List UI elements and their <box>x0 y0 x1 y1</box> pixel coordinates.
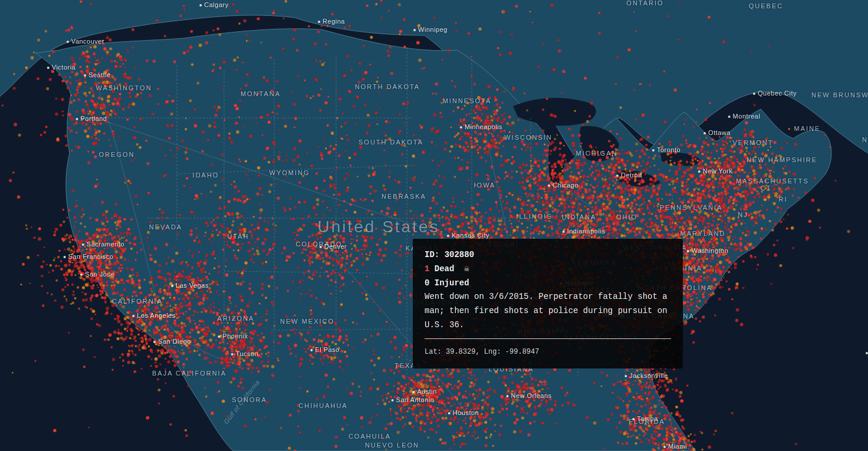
svg-point-7974 <box>543 384 546 387</box>
svg-point-9471 <box>333 183 336 186</box>
svg-point-6178 <box>752 141 756 145</box>
svg-point-9469 <box>156 226 160 229</box>
svg-point-6107 <box>734 209 737 211</box>
svg-point-9717 <box>366 131 369 134</box>
svg-point-8599 <box>248 287 251 290</box>
svg-point-8727 <box>297 404 300 407</box>
svg-point-5671 <box>753 146 757 149</box>
svg-point-5953 <box>696 154 698 157</box>
svg-point-4581 <box>678 167 682 170</box>
svg-point-1884 <box>319 220 321 223</box>
svg-point-8354 <box>627 436 629 438</box>
svg-point-8666 <box>124 182 126 184</box>
svg-point-9112 <box>663 70 666 73</box>
svg-point-8174 <box>634 380 636 381</box>
svg-point-1374 <box>156 328 159 331</box>
svg-point-6307 <box>707 144 709 146</box>
svg-point-3794 <box>588 202 591 205</box>
svg-point-8988 <box>213 121 216 124</box>
svg-point-2085 <box>216 216 219 218</box>
svg-point-2051 <box>257 224 259 226</box>
svg-point-1148 <box>193 314 195 316</box>
svg-point-9373 <box>678 2 680 4</box>
svg-point-1091 <box>156 325 158 327</box>
svg-point-4184 <box>429 218 432 220</box>
svg-point-1827 <box>322 260 325 263</box>
svg-point-7897 <box>496 373 498 375</box>
svg-point-1310 <box>126 330 128 332</box>
svg-point-4319 <box>581 183 584 186</box>
svg-point-9382 <box>369 185 372 188</box>
svg-point-3491 <box>475 173 479 176</box>
svg-point-976 <box>120 332 123 335</box>
svg-point-1528 <box>212 311 215 314</box>
svg-point-2005 <box>257 247 259 249</box>
svg-point-4022 <box>538 174 541 177</box>
svg-point-9224 <box>176 233 179 236</box>
svg-point-3785 <box>604 178 607 181</box>
svg-point-9662 <box>443 411 446 413</box>
svg-point-3815 <box>527 199 530 202</box>
svg-point-3337 <box>538 233 540 235</box>
svg-point-4042 <box>580 146 581 147</box>
svg-point-8635 <box>213 126 216 129</box>
svg-point-8983 <box>386 212 389 215</box>
svg-point-8472 <box>656 391 658 393</box>
svg-point-9221 <box>494 145 497 148</box>
svg-point-684 <box>80 222 82 225</box>
svg-point-4988 <box>616 202 617 203</box>
svg-point-2477 <box>472 407 474 409</box>
svg-point-2834 <box>404 387 406 389</box>
svg-point-6776 <box>715 284 718 286</box>
svg-point-1701 <box>261 316 263 318</box>
svg-point-5868 <box>659 143 661 145</box>
svg-point-9522 <box>429 226 431 228</box>
svg-point-1440 <box>165 262 168 265</box>
svg-point-6230 <box>746 175 749 178</box>
svg-point-8413 <box>631 423 633 424</box>
svg-point-8670 <box>101 97 104 100</box>
svg-point-4038 <box>514 146 517 149</box>
svg-point-9421 <box>149 94 152 98</box>
svg-point-4195 <box>498 210 501 213</box>
svg-point-1491 <box>180 274 183 278</box>
svg-point-7028 <box>708 269 711 272</box>
svg-point-1669 <box>194 329 196 331</box>
svg-point-2977 <box>479 156 482 159</box>
svg-point-1772 <box>235 338 238 341</box>
svg-point-2866 <box>344 351 346 353</box>
svg-point-9332 <box>333 378 336 381</box>
svg-point-8186 <box>612 383 616 387</box>
svg-point-1052 <box>124 328 127 331</box>
svg-point-9095 <box>377 253 380 256</box>
svg-point-8549 <box>663 438 666 441</box>
svg-point-8787 <box>235 69 238 71</box>
svg-point-1856 <box>351 248 353 250</box>
svg-point-1128 <box>120 304 122 306</box>
svg-point-8925 <box>453 388 455 390</box>
map-viewport[interactable]: Gulf of California United States Berr WA… <box>0 0 868 451</box>
svg-point-9276 <box>165 383 167 384</box>
svg-point-8663 <box>385 120 388 123</box>
svg-point-3093 <box>458 166 461 168</box>
svg-point-2478 <box>482 416 485 419</box>
svg-point-8999 <box>288 255 291 259</box>
svg-point-2432 <box>460 412 463 415</box>
basemap[interactable]: Gulf of California <box>0 0 868 451</box>
svg-point-9220 <box>350 69 353 71</box>
svg-point-7841 <box>520 411 522 413</box>
svg-point-1352 <box>189 332 191 334</box>
svg-point-3070 <box>494 138 497 141</box>
svg-point-2457 <box>463 375 465 377</box>
svg-point-9461 <box>87 161 91 164</box>
svg-point-4774 <box>590 222 593 225</box>
svg-point-5503 <box>678 197 681 200</box>
svg-point-1176 <box>175 252 179 255</box>
svg-point-2242 <box>451 387 453 390</box>
svg-point-3821 <box>538 159 541 162</box>
svg-point-1747 <box>225 351 227 353</box>
svg-point-6190 <box>749 159 752 162</box>
svg-point-1421 <box>160 304 163 307</box>
svg-point-6098 <box>719 179 721 181</box>
svg-point-1693 <box>230 302 232 304</box>
